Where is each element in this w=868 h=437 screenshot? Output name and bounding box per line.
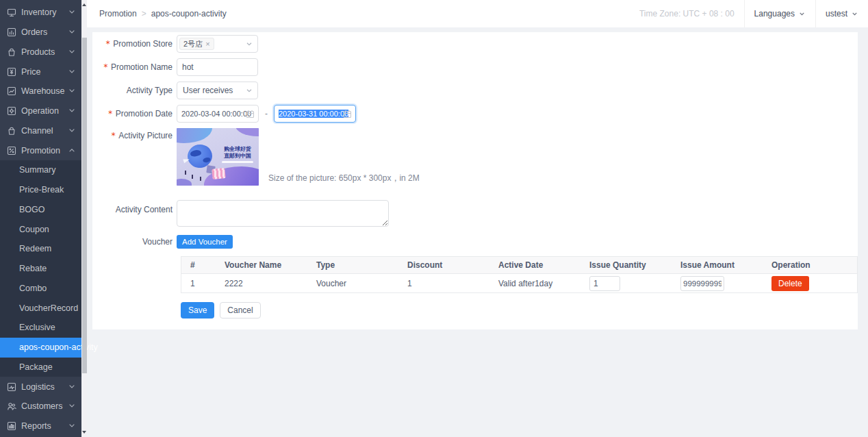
price-icon (7, 67, 16, 77)
sidebar-item-label: Package (19, 362, 53, 372)
sidebar-item-operation[interactable]: Operation (0, 101, 81, 121)
issue-amount-cell (672, 276, 763, 291)
sidebar-item-logistics[interactable]: Logistics (0, 377, 81, 397)
languages-label: Languages (754, 9, 795, 18)
sidebar-item-inventory[interactable]: Inventory (0, 3, 81, 23)
banner-gift-graphic (212, 168, 225, 179)
banner-figure (200, 177, 201, 181)
sidebar-item-label: Coupon (19, 225, 49, 234)
form-card: *Promotion Store 2号店× *Promotion Name Ac… (92, 32, 858, 329)
chevron-down-icon (68, 107, 76, 115)
chevron-down-icon (798, 10, 806, 18)
voucher-table-header-row: #Voucher NameTypeDiscountActive DateIssu… (181, 257, 857, 274)
discount-cell: 1 (398, 279, 489, 288)
orders-icon (7, 27, 16, 37)
column-header: Issue Quantity (580, 260, 672, 270)
sidebar-item-label: Inventory (21, 8, 56, 17)
sidebar-item-rebate[interactable]: Rebate (0, 259, 81, 279)
timezone-label: Time Zone: UTC + 08 : 00 (639, 9, 735, 18)
promotion-name-label: *Promotion Name (92, 58, 177, 76)
activity-picture-image[interactable]: 购全球好货直邮到中国 (177, 128, 259, 186)
sidebar-scrollbar[interactable] (81, 0, 87, 437)
sidebar-item-label: Reports (21, 421, 51, 431)
sidebar-item-bogo[interactable]: BOGO (0, 200, 81, 220)
sidebar: InventoryOrdersProductsPriceWarehouseOpe… (0, 0, 81, 437)
issue-quantity-input[interactable] (589, 276, 620, 291)
sidebar-item-customers[interactable]: Customers (0, 397, 81, 416)
sidebar-item-package[interactable]: Package (0, 358, 81, 377)
add-voucher-button[interactable]: Add Voucher (177, 235, 233, 249)
sidebar-item-products[interactable]: Products (0, 42, 81, 62)
bag-icon (7, 47, 16, 57)
scrollbar-thumb[interactable] (82, 38, 87, 373)
sidebar-item-combo[interactable]: Combo (0, 279, 81, 299)
languages-dropdown[interactable]: Languages (745, 0, 815, 27)
chevron-down-icon (68, 28, 76, 36)
activity-picture-label: *Activity Picture (92, 128, 177, 140)
promotion-store-select[interactable]: 2号店× (177, 35, 258, 53)
chevron-down-icon (68, 127, 76, 135)
picture-size-hint: Size of the picture: 650px * 300px，in 2M (268, 173, 420, 186)
sidebar-item-warehouse[interactable]: Warehouse (0, 82, 81, 101)
sidebar-item-reports[interactable]: Reports (0, 416, 81, 436)
sidebar-item-label: Price-Break (19, 185, 64, 195)
promotion-icon (7, 146, 16, 155)
sidebar-item-label: Channel (21, 126, 53, 136)
chevron-down-icon (245, 86, 253, 95)
sidebar-item-price[interactable]: Price (0, 62, 81, 82)
sidebar-item-label: Combo (19, 284, 47, 293)
sidebar-item-label: Orders (21, 27, 47, 37)
tag-close-icon[interactable]: × (205, 38, 209, 49)
sidebar-item-price-break[interactable]: Price-Break (0, 180, 81, 200)
sidebar-item-label: BOGO (19, 205, 45, 214)
sidebar-item-voucherrecord[interactable]: VoucherRecord (0, 298, 81, 318)
chevron-down-icon (68, 8, 76, 16)
sidebar-item-label: Summary (19, 165, 55, 175)
top-bar: Promotion > apos-coupon-activity Time Zo… (87, 0, 868, 27)
activity-content-label: Activity Content (92, 200, 177, 214)
sidebar-item-channel[interactable]: Channel (0, 121, 81, 141)
sidebar-item-orders[interactable]: Orders (0, 23, 81, 42)
scrollbar-up-arrow-icon[interactable] (81, 1, 87, 9)
chevron-down-icon (68, 422, 76, 430)
warehouse-icon (7, 86, 16, 96)
required-asterisk: * (107, 109, 112, 118)
banner-wave-shape (177, 179, 192, 186)
activity-type-value: User receives (179, 86, 233, 95)
sidebar-item-promotion[interactable]: Promotion (0, 140, 81, 160)
voucher-type-cell: Voucher (307, 279, 398, 288)
sidebar-item-label: Rebate (19, 264, 47, 273)
column-header: Active Date (489, 260, 580, 270)
issue-quantity-cell (580, 276, 672, 291)
promotion-date-end-input[interactable]: 2020-03-31 00:00:00 (274, 105, 356, 123)
sidebar-item-apos-coupon-activity[interactable]: apos-coupon-activity (0, 338, 81, 358)
chevron-down-icon (68, 48, 76, 56)
sidebar-item-redeem[interactable]: Redeem (0, 239, 81, 259)
chevron-down-icon (851, 10, 858, 18)
date-range-separator: - (265, 109, 268, 118)
promotion-name-input[interactable] (177, 58, 258, 76)
breadcrumb-root[interactable]: Promotion (99, 9, 137, 18)
cancel-button[interactable]: Cancel (220, 302, 260, 319)
user-dropdown[interactable]: ustest (816, 0, 868, 27)
save-button[interactable]: Save (181, 302, 214, 319)
sidebar-item-coupon[interactable]: Coupon (0, 219, 81, 239)
sidebar-item-summary[interactable]: Summary (0, 160, 81, 180)
sidebar-item-label: Warehouse (21, 86, 64, 96)
sidebar-item-exclusive[interactable]: Exclusive (0, 318, 81, 338)
calendar-icon (246, 110, 255, 118)
delete-button[interactable]: Delete (771, 276, 809, 291)
operation-icon (7, 106, 16, 116)
scrollbar-down-arrow-icon[interactable] (81, 428, 87, 436)
required-asterisk: * (103, 62, 108, 72)
store-tag-label: 2号店 (183, 38, 203, 49)
column-header: Discount (398, 260, 489, 270)
sidebar-item-label: Redeem (19, 244, 51, 253)
sidebar-item-label: Customers (21, 401, 62, 411)
activity-type-select[interactable]: User receives (177, 82, 258, 99)
promotion-date-start-input[interactable]: 2020-03-04 00:00:00 (177, 105, 259, 123)
voucher-label: Voucher (92, 234, 177, 249)
issue-amount-input[interactable] (680, 276, 724, 291)
activity-content-textarea[interactable] (177, 200, 389, 227)
voucher-name-cell: 2222 (216, 279, 307, 288)
